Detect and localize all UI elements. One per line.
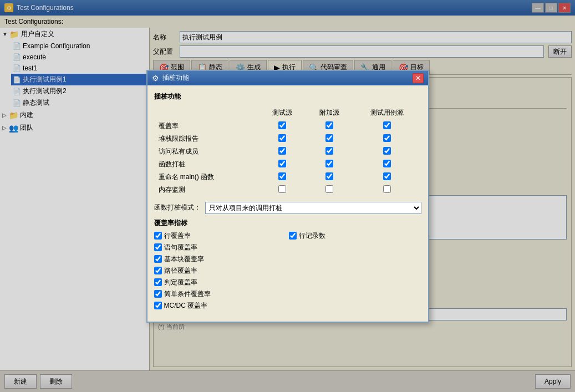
- feature-label-3: 函数打桩: [154, 158, 259, 171]
- feature-label-4: 重命名 main() 函数: [154, 171, 259, 184]
- feature-row-3: 函数打桩: [154, 158, 421, 171]
- coverage-10-checkbox[interactable]: [154, 290, 162, 298]
- feature-1-col3[interactable]: [383, 134, 391, 142]
- feature-row-5: 内存监测: [154, 184, 421, 196]
- features-table: 测试源 附加源 测试用例源 覆盖率 堆栈限踪报告: [154, 106, 421, 196]
- feature-4-col3[interactable]: [383, 172, 391, 180]
- feature-5-col2[interactable]: [325, 185, 333, 193]
- coverage-8-checkbox[interactable]: [154, 278, 162, 286]
- stub-mode-label: 函数打桩模式：: [154, 203, 201, 212]
- plugin-modal: ⚙ 插桩功能 ✕ 插桩功能 测试源 附加源 测试用例源 覆盖: [146, 70, 429, 323]
- feature-label-2: 访问私有成员: [154, 145, 259, 158]
- coverage-item-0: 行覆盖率: [154, 231, 287, 241]
- feature-3-col2[interactable]: [325, 160, 333, 167]
- coverage-item-filler-2: [289, 254, 421, 264]
- coverage-item-filler-4: [289, 278, 421, 287]
- feature-0-col1[interactable]: [278, 121, 286, 129]
- coverage-6-checkbox[interactable]: [154, 267, 162, 274]
- modal-overlay: ⚙ 插桩功能 ✕ 插桩功能 测试源 附加源 测试用例源 覆盖: [0, 0, 575, 392]
- coverage-item-filler-5: [289, 289, 421, 299]
- feature-2-col1[interactable]: [278, 147, 286, 155]
- feature-0-col3[interactable]: [383, 121, 391, 129]
- feature-label-1: 堆栈限踪报告: [154, 133, 259, 145]
- feature-label-5: 内存监测: [154, 184, 259, 196]
- modal-section-title: 插桩功能: [154, 92, 421, 101]
- feature-1-col1[interactable]: [278, 134, 286, 142]
- coverage-8-label: 判定覆盖率: [164, 278, 197, 287]
- coverage-item-filler-1: [289, 243, 421, 252]
- modal-content: 插桩功能 测试源 附加源 测试用例源 覆盖率: [147, 85, 428, 322]
- coverage-item-8: 判定覆盖率: [154, 278, 287, 287]
- coverage-item-10: 简单条件覆盖率: [154, 289, 287, 299]
- coverage-0-checkbox[interactable]: [154, 232, 162, 240]
- stub-mode-select[interactable]: 只对从项目来的调用打桩 对所有调用打桩 不打桩: [205, 202, 421, 214]
- feature-label-0: 覆盖率: [154, 120, 259, 133]
- feature-row-1: 堆栈限踪报告: [154, 133, 421, 145]
- coverage-item-4: 基本块覆盖率: [154, 254, 287, 264]
- feature-5-col1[interactable]: [278, 185, 286, 193]
- modal-titlebar: ⚙ 插桩功能 ✕: [147, 71, 428, 85]
- feature-2-col2[interactable]: [325, 147, 333, 155]
- coverage-12-label: MC/DC 覆盖率: [164, 301, 208, 310]
- feature-0-col2[interactable]: [325, 121, 333, 129]
- coverage-10-label: 简单条件覆盖率: [164, 289, 211, 299]
- feature-row-0: 覆盖率: [154, 120, 421, 133]
- coverage-item-1: 行记录数: [289, 231, 421, 241]
- coverage-1-label: 行记录数: [299, 231, 325, 241]
- coverage-item-filler-3: [289, 266, 421, 276]
- coverage-0-label: 行覆盖率: [164, 231, 191, 241]
- modal-title: 插桩功能: [162, 73, 409, 83]
- modal-close-button[interactable]: ✕: [413, 73, 424, 83]
- coverage-2-checkbox[interactable]: [154, 243, 162, 251]
- coverage-1-checkbox[interactable]: [289, 232, 297, 240]
- feature-row-4: 重命名 main() 函数: [154, 171, 421, 184]
- feature-4-col1[interactable]: [278, 172, 286, 180]
- col-test-src: 测试源: [259, 106, 306, 120]
- feature-5-col3[interactable]: [383, 185, 391, 193]
- coverage-item-6: 路径覆盖率: [154, 266, 287, 276]
- coverage-title: 覆盖率指标: [154, 218, 421, 228]
- feature-1-col2[interactable]: [325, 134, 333, 142]
- feature-3-col1[interactable]: [278, 160, 286, 167]
- coverage-2-label: 语句覆盖率: [164, 243, 197, 252]
- coverage-grid: 行覆盖率 行记录数 语句覆盖率 基本块覆盖率: [154, 231, 421, 310]
- col-testcase-src: 测试用例源: [353, 106, 421, 120]
- coverage-item-2: 语句覆盖率: [154, 243, 287, 252]
- feature-4-col2[interactable]: [325, 172, 333, 180]
- coverage-item-12: MC/DC 覆盖率: [154, 301, 287, 310]
- coverage-6-label: 路径覆盖率: [164, 266, 197, 276]
- feature-row-2: 访问私有成员: [154, 145, 421, 158]
- coverage-12-checkbox[interactable]: [154, 302, 162, 309]
- coverage-section: 覆盖率指标 行覆盖率 行记录数 语句覆盖率: [154, 218, 421, 310]
- coverage-4-checkbox[interactable]: [154, 255, 162, 263]
- stub-mode-row: 函数打桩模式： 只对从项目来的调用打桩 对所有调用打桩 不打桩: [154, 202, 421, 214]
- feature-2-col3[interactable]: [383, 147, 391, 155]
- coverage-4-label: 基本块覆盖率: [164, 254, 204, 264]
- col-feature: [154, 106, 259, 120]
- feature-3-col3[interactable]: [383, 160, 391, 167]
- col-addon-src: 附加源: [306, 106, 353, 120]
- modal-title-icon: ⚙: [152, 74, 159, 83]
